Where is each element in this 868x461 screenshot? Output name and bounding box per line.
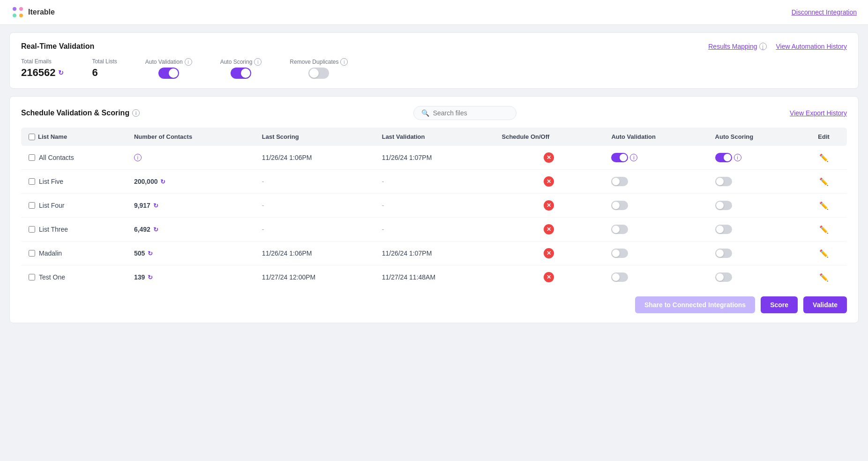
cell-contacts: 505 ↻ [127,242,254,265]
auto-scoring-small-track[interactable] [715,153,732,162]
contacts-value: 200,000 [134,178,158,185]
auto-validation-small-track[interactable] [611,153,628,162]
contacts-value: 139 [134,273,145,281]
last-validation-value: 11/27/24 11:48AM [382,273,435,281]
total-lists-value: 6 [92,67,97,79]
auto-scoring-small-track[interactable] [715,272,732,282]
auto-scoring-info-icon[interactable]: i [254,58,262,66]
auto-scoring-small-track[interactable] [715,177,732,186]
cell-auto-validation [604,218,707,242]
schedule-status: ✕ [502,272,597,282]
cell-edit: ✏️ [801,146,847,170]
cell-auto-scoring [708,218,801,242]
auto-scoring-small-track[interactable] [715,225,732,234]
results-mapping-info-icon[interactable]: i [759,43,767,50]
row-checkbox[interactable] [29,202,35,209]
contacts-refresh-icon[interactable]: ↻ [148,250,153,257]
cell-auto-scoring [708,194,801,218]
results-mapping-link[interactable]: Results Mapping i [708,43,766,50]
edit-icon[interactable]: ✏️ [819,154,829,162]
auto-scoring-toggle-group: Auto Scoring i [220,58,262,79]
list-name-cell: Madalin [29,249,119,257]
schedule-off-icon: ✕ [544,224,554,234]
row-checkbox[interactable] [29,226,35,233]
view-automation-history-link[interactable]: View Automation History [776,43,847,50]
last-scoring-value: 11/26/24 1:06PM [262,154,312,161]
svg-point-1 [19,7,23,11]
remove-duplicates-info-icon[interactable]: i [340,58,348,66]
auto-validation-small-track[interactable] [611,249,628,258]
cell-auto-validation [604,265,707,289]
contacts-cell: 6,492 ↻ [134,226,247,233]
total-emails-refresh-icon[interactable]: ↻ [58,69,64,76]
validate-button[interactable]: Validate [803,296,847,313]
cell-last-validation: - [374,194,494,218]
auto-scoring-small-track[interactable] [715,249,732,258]
edit-icon[interactable]: ✏️ [819,178,829,186]
table-header: List Name Number of Contacts Last Scorin… [21,128,847,146]
cell-last-scoring: - [254,218,374,242]
remove-duplicates-toggle[interactable] [308,68,329,79]
auto-scoring-small-track[interactable] [715,201,732,210]
contacts-refresh-icon[interactable]: ↻ [148,274,153,281]
contacts-refresh-icon[interactable]: ↻ [153,202,158,209]
footer-buttons: Share to Connected Integrations Score Va… [21,296,847,313]
col-contacts: Number of Contacts [127,128,254,146]
cell-last-validation: - [374,170,494,194]
auto-scoring-small-thumb [716,226,724,233]
contacts-refresh-icon[interactable]: ↻ [160,178,165,185]
share-button[interactable]: Share to Connected Integrations [635,296,755,313]
auto-scoring-label: Auto Scoring i [220,58,262,66]
last-validation-dash: - [382,178,384,185]
row-checkbox[interactable] [29,274,35,280]
main-content: Real-Time Validation Results Mapping i V… [0,25,868,331]
cell-schedule: ✕ [494,218,604,242]
edit-icon[interactable]: ✏️ [819,249,829,257]
schedule-status: ✕ [502,200,597,211]
search-input[interactable] [433,109,509,117]
row-checkbox[interactable] [29,154,35,161]
view-export-history-link[interactable]: View Export History [790,109,847,117]
disconnect-integration-link[interactable]: Disconnect Integration [792,8,857,16]
auto-validation-info-icon[interactable]: i [185,58,192,66]
row-checkbox[interactable] [29,250,35,257]
edit-icon[interactable]: ✏️ [819,273,829,281]
auto-validation-small-track[interactable] [611,177,628,186]
list-name-cell: Test One [29,273,119,281]
stats-row: Total Emails 216562 ↻ Total Lists 6 Auto… [21,58,847,79]
auto-validation-toggle-cell [611,272,700,282]
remove-duplicates-track[interactable] [308,68,329,79]
remove-duplicates-label: Remove Duplicates i [290,58,348,66]
edit-icon[interactable]: ✏️ [819,202,829,210]
table-row: Test One 139 ↻ 11/27/24 12:00PM11/27/24 … [21,265,847,289]
realtime-title: Real-Time Validation [21,42,94,51]
last-validation-dash: - [382,226,384,233]
score-button[interactable]: Score [761,296,798,313]
schedule-validation-card: Schedule Validation & Scoring i 🔍 View E… [9,96,859,323]
cell-list-name: All Contacts [21,146,127,170]
select-all-checkbox[interactable] [29,134,35,140]
cell-auto-scoring [708,265,801,289]
col-auto-validation: Auto Validation [604,128,707,146]
auto-validation-small-track[interactable] [611,225,628,234]
row-auto-validation-info-icon[interactable]: i [630,154,637,161]
auto-scoring-toggle[interactable] [231,68,251,79]
contacts-refresh-icon[interactable]: ↻ [153,226,158,233]
realtime-card-header: Real-Time Validation Results Mapping i V… [21,42,847,51]
total-lists-stat: Total Lists 6 [92,58,117,79]
auto-validation-toggle[interactable] [158,68,179,79]
row-auto-scoring-info-icon[interactable]: i [734,154,741,161]
auto-scoring-track[interactable] [231,68,251,79]
edit-icon[interactable]: ✏️ [819,226,829,234]
auto-validation-small-track[interactable] [611,201,628,210]
schedule-title-info-icon[interactable]: i [132,109,140,117]
auto-validation-track[interactable] [158,68,179,79]
table-wrapper: List Name Number of Contacts Last Scorin… [21,128,847,289]
contacts-value: 6,492 [134,226,150,233]
auto-scoring-toggle-cell [715,249,793,258]
contacts-info-icon[interactable]: i [134,154,142,161]
search-box[interactable]: 🔍 [413,106,516,120]
auto-validation-small-track[interactable] [611,272,628,282]
table-body: All Contacts i 11/26/24 1:06PM11/26/24 1… [21,146,847,289]
row-checkbox[interactable] [29,178,35,185]
